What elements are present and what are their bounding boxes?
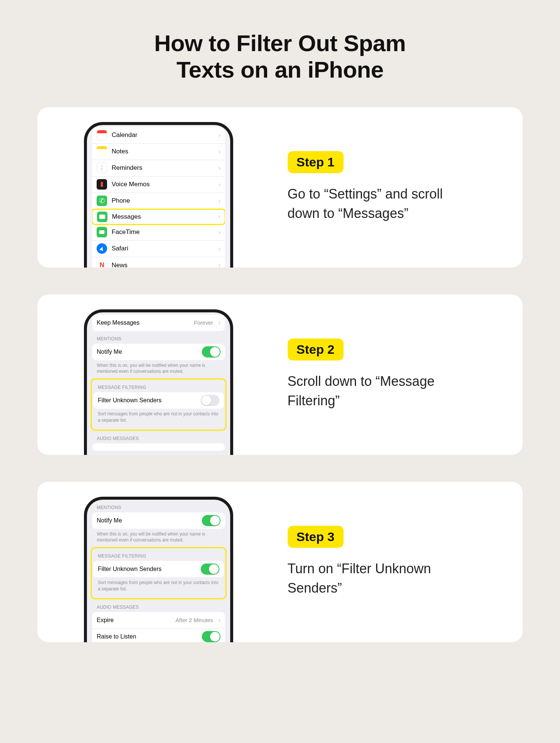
phone-icon (97, 196, 107, 206)
step-2-phone-col: Keep Messages Forever › MENTIONS Notify … (37, 294, 280, 455)
row-label: Filter Unknown Senders (98, 566, 197, 572)
row-label: Voice Memos (112, 181, 214, 188)
row-label: FaceTime (112, 228, 214, 236)
row-label: Keep Messages (97, 319, 190, 326)
phone-frame: Keep Messages Forever › MENTIONS Notify … (84, 309, 233, 455)
row-label: News (112, 262, 214, 268)
step-description: Scroll down to “Message Filtering” (288, 372, 467, 410)
audio-header: AUDIO MESSAGES (87, 599, 230, 612)
expire-row[interactable]: Expire After 2 Minutes › (92, 612, 225, 628)
row-value: After 2 Minutes (175, 617, 213, 623)
notify-me-toggle[interactable] (202, 346, 220, 358)
chevron-right-icon: › (218, 164, 220, 172)
step-description: Turn on “Filter Unknown Senders” (288, 559, 467, 598)
row-label: Reminders (112, 164, 214, 172)
safari-icon (97, 243, 107, 254)
row-label: Filter Unknown Senders (98, 397, 197, 404)
audio-header: AUDIO MESSAGES (87, 431, 230, 443)
mentions-footer: When this is on, you will be notified wh… (87, 360, 230, 379)
row-label: Safari (112, 245, 214, 252)
filter-unknown-row[interactable]: Filter Unknown Senders (93, 392, 224, 409)
chevron-right-icon: › (218, 148, 220, 156)
settings-row-messages[interactable]: Messages › (92, 209, 225, 225)
row-label: Notes (112, 148, 214, 155)
raise-to-listen-toggle[interactable] (202, 631, 220, 642)
settings-row-notes[interactable]: Notes › (92, 144, 225, 160)
title-line-2: Texts on an iPhone (176, 57, 384, 82)
settings-row-facetime[interactable]: FaceTime › (92, 224, 225, 241)
notes-icon (97, 146, 107, 157)
chevron-right-icon: › (218, 181, 220, 188)
settings-row-news[interactable]: News › (92, 257, 225, 268)
raise-to-listen-row[interactable]: Raise to Listen (92, 628, 225, 642)
row-label: Expire (97, 617, 172, 624)
filtering-footer: Sort messages from people who are not in… (92, 409, 225, 427)
filter-unknown-row[interactable]: Filter Unknown Senders (93, 561, 224, 577)
filter-unknown-toggle[interactable] (201, 395, 219, 406)
chevron-right-icon: › (218, 131, 220, 139)
settings-row-calendar[interactable]: Calendar › (92, 127, 225, 144)
step-1-card: Calendar › Notes › Reminders › (37, 107, 523, 268)
chevron-right-icon: › (218, 319, 220, 327)
facetime-icon (97, 227, 107, 237)
phone-frame: MENTIONS Notify Me When this is on, you … (84, 497, 233, 642)
mentions-header: MENTIONS (87, 502, 230, 512)
mentions-header: MENTIONS (87, 331, 230, 344)
step-badge: Step 2 (288, 338, 344, 360)
message-filtering-highlight: MESSAGE FILTERING Filter Unknown Senders… (91, 378, 226, 431)
messages-icon (97, 212, 107, 222)
calendar-icon (97, 130, 107, 140)
settings-app-list: Calendar › Notes › Reminders › (92, 127, 225, 268)
step-1-text: Step 1 Go to “Settings” and scroll down … (280, 107, 523, 268)
settings-row-phone[interactable]: Phone › (92, 193, 225, 209)
filtering-header: MESSAGE FILTERING (92, 380, 225, 392)
row-label: Raise to Listen (97, 633, 198, 640)
audio-row-peek (92, 443, 225, 451)
row-label: Notify Me (97, 349, 198, 355)
chevron-right-icon: › (218, 245, 220, 253)
mentions-footer: When this is on, you will be notified wh… (87, 529, 230, 547)
filter-unknown-toggle[interactable] (201, 564, 219, 575)
voice-memos-icon (97, 179, 107, 190)
row-label: Phone (112, 197, 214, 205)
page-title: How to Filter Out Spam Texts on an iPhon… (37, 30, 523, 83)
row-label: Notify Me (97, 517, 198, 524)
reminders-icon (97, 163, 107, 173)
row-label: Messages (112, 213, 213, 221)
settings-row-safari[interactable]: Safari › (92, 241, 225, 257)
chevron-right-icon: › (218, 228, 220, 236)
chevron-right-icon: › (218, 261, 220, 268)
news-icon (97, 260, 107, 268)
chevron-right-icon: › (218, 197, 220, 205)
step-2-card: Keep Messages Forever › MENTIONS Notify … (37, 294, 523, 455)
notify-me-row[interactable]: Notify Me (92, 512, 225, 529)
step-3-text: Step 3 Turn on “Filter Unknown Senders” (280, 482, 523, 642)
step-description: Go to “Settings” and scroll down to “Mes… (288, 184, 467, 223)
step-1-phone-col: Calendar › Notes › Reminders › (37, 107, 280, 268)
message-filtering-highlight: MESSAGE FILTERING Filter Unknown Senders… (91, 547, 226, 599)
settings-row-reminders[interactable]: Reminders › (92, 160, 225, 177)
settings-row-voice-memos[interactable]: Voice Memos › (92, 177, 225, 193)
step-2-text: Step 2 Scroll down to “Message Filtering… (280, 294, 523, 455)
notify-me-row[interactable]: Notify Me (92, 344, 225, 360)
row-label: Calendar (112, 131, 214, 139)
notify-me-toggle[interactable] (202, 515, 220, 526)
row-value: Forever (194, 319, 213, 326)
step-badge: Step 3 (288, 526, 344, 548)
title-line-1: How to Filter Out Spam (154, 30, 406, 56)
filtering-header: MESSAGE FILTERING (92, 548, 225, 561)
chevron-right-icon: › (218, 616, 220, 624)
step-3-card: MENTIONS Notify Me When this is on, you … (37, 482, 523, 642)
keep-messages-row[interactable]: Keep Messages Forever › (92, 315, 225, 331)
step-3-phone-col: MENTIONS Notify Me When this is on, you … (37, 482, 280, 642)
chevron-right-icon: › (218, 213, 220, 221)
step-badge: Step 1 (288, 151, 344, 173)
phone-frame: Calendar › Notes › Reminders › (84, 122, 233, 268)
filtering-footer: Sort messages from people who are not in… (92, 577, 225, 596)
